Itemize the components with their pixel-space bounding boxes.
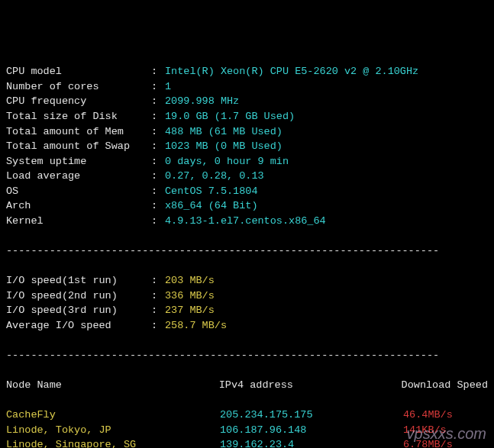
sys-row: Number of cores: 1 [6,79,488,95]
header-ip: IPv4 address [219,378,402,393]
colon: : [151,109,165,124]
colon: : [151,288,165,304]
colon: : [151,303,165,318]
sys-label: CPU frequency [6,94,151,109]
node-ip: 139.162.23.4 [220,437,403,448]
sys-label: CPU model [6,64,151,79]
sys-label: Total amount of Mem [6,124,151,140]
io-value: 336 MB/s [165,288,215,304]
node-name: Linode, Singapore, SG [6,437,220,448]
sys-row: System uptime: 0 days, 0 hour 9 min [6,154,488,169]
colon: : [151,184,165,199]
sys-row: OS: CentOS 7.5.1804 [6,184,488,199]
colon: : [151,64,165,79]
sys-value: CentOS 7.5.1804 [165,184,258,199]
node-name: CacheFly [6,408,220,423]
colon: : [151,79,165,95]
header-node: Node Name [6,378,219,393]
sys-row: Kernel: 4.9.13-1.el7.centos.x86_64 [6,214,488,229]
divider-1: ----------------------------------------… [6,243,488,259]
colon: : [151,169,165,184]
sys-label: Arch [6,198,151,214]
io-row: I/O speed(1st run): 203 MB/s [6,273,488,288]
sys-value: 0.27, 0.28, 0.13 [165,169,264,184]
sys-value: x86_64 (64 Bit) [165,198,258,214]
sys-label: System uptime [6,154,151,169]
sys-row: CPU model: Intel(R) Xeon(R) CPU E5-2620 … [6,64,488,79]
sys-label: Kernel [6,214,151,229]
node-name: Linode, Tokyo, JP [6,423,220,438]
colon: : [151,154,165,169]
colon: : [151,318,165,334]
sys-row: Total size of Disk: 19.0 GB (1.7 GB Used… [6,109,488,124]
sys-value: 19.0 GB (1.7 GB Used) [165,109,295,124]
sys-label: Total amount of Swap [6,139,151,154]
io-label: I/O speed(2nd run) [6,288,151,304]
io-value: 237 MB/s [165,303,215,318]
io-label: I/O speed(3rd run) [6,303,151,318]
table-header: Node NameIPv4 addressDownload Speed [6,378,488,393]
sys-row: CPU frequency: 2099.998 MHz [6,94,488,109]
sys-row: Arch: x86_64 (64 Bit) [6,198,488,214]
io-label: Average I/O speed [6,318,151,334]
colon: : [151,124,165,140]
sys-label: Number of cores [6,79,151,95]
io-row: I/O speed(2nd run): 336 MB/s [6,288,488,304]
sys-label: Total size of Disk [6,109,151,124]
sys-value: 488 MB (61 MB Used) [165,124,283,140]
sys-value: 2099.998 MHz [165,94,239,109]
sys-label: Load average [6,169,151,184]
node-ip: 106.187.96.148 [220,423,403,438]
sys-row: Total amount of Swap: 1023 MB (0 MB Used… [6,139,488,154]
sys-value: 1023 MB (0 MB Used) [165,139,283,154]
sys-value: 1 [165,79,171,95]
sys-row: Total amount of Mem: 488 MB (61 MB Used) [6,124,488,140]
colon: : [151,214,165,229]
sys-value: Intel(R) Xeon(R) CPU E5-2620 v2 @ 2.10GH… [165,64,418,79]
watermark: vpsxxs.com [407,423,486,445]
sys-label: OS [6,184,151,199]
colon: : [151,139,165,154]
io-value: 203 MB/s [165,273,215,288]
divider-2: ----------------------------------------… [6,348,488,363]
colon: : [151,273,165,288]
colon: : [151,94,165,109]
sys-value: 0 days, 0 hour 9 min [165,154,289,169]
sys-row: Load average: 0.27, 0.28, 0.13 [6,169,488,184]
sys-value: 4.9.13-1.el7.centos.x86_64 [165,214,326,229]
system-info-block: CPU model: Intel(R) Xeon(R) CPU E5-2620 … [6,64,488,228]
io-row: I/O speed(3rd run): 237 MB/s [6,303,488,318]
io-speed-block: I/O speed(1st run): 203 MB/sI/O speed(2n… [6,273,488,333]
header-speed: Download Speed [402,378,488,393]
io-row: Average I/O speed: 258.7 MB/s [6,318,488,334]
io-label: I/O speed(1st run) [6,273,151,288]
node-ip: 205.234.175.175 [220,408,403,423]
io-value: 258.7 MB/s [165,318,227,334]
node-speed: 46.4MB/s [403,408,488,423]
node-row: CacheFly205.234.175.17546.4MB/s [6,408,488,423]
colon: : [151,198,165,214]
